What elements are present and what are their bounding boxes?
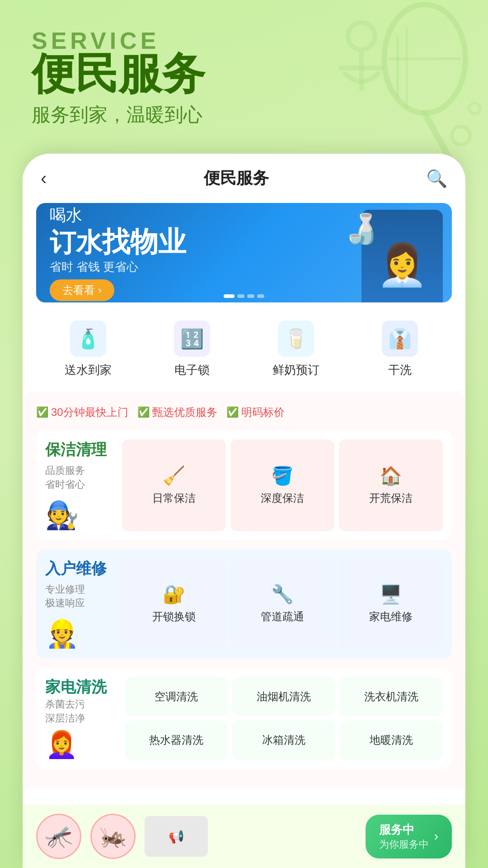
ac-clean-card[interactable]: 空调清洗 [125, 677, 228, 716]
quick-item-milk[interactable]: 🥛 鲜奶预订 [244, 311, 348, 387]
pipe-label: 管道疏通 [261, 609, 304, 624]
repair-desc: 专业修理 极速响应 [45, 583, 117, 611]
search-icon[interactable]: 🔍 [426, 169, 447, 189]
service-en-label: SERVICE [32, 27, 456, 54]
new-home-cleaning-card[interactable]: 🏠 开荒保洁 [339, 439, 443, 531]
header-title: 便民服务 [204, 167, 269, 189]
banner-line1: 喝水 [50, 204, 438, 226]
service-zh-label: 便民服务 [32, 50, 456, 98]
repair-block: 入户维修 专业修理 极速响应 👷 🔐 开锁换锁 🔧 管道疏通 [36, 549, 452, 659]
quick-label-milk: 鲜奶预订 [272, 362, 319, 378]
pest-icon-2: 🦗 [90, 814, 136, 859]
ad-banner: 📢 [145, 816, 208, 857]
appliance-repair-label: 家电维修 [369, 609, 413, 624]
appliance-title: 家电清洗 [45, 677, 117, 698]
cleaning-desc: 品质服务 省时省心 [45, 464, 117, 492]
tag-quality: ✅ 甄选优质服务 [137, 405, 217, 420]
bottom-bar: 🦟 🦗 📢 服务中 为你服务中 › [23, 805, 465, 868]
water-heater-card[interactable]: 热水器清洗 [125, 721, 228, 760]
deep-cleaning-label: 深度保洁 [261, 491, 304, 505]
pipe-card[interactable]: 🔧 管道疏通 [230, 558, 334, 650]
service-tags: ✅ 30分钟最快上门 ✅ 甄选优质服务 ✅ 明码标价 [36, 405, 452, 420]
appliance-cleaning-block: 家电清洗 杀菌去污 深层洁净 👩‍🦰 空调清洗 油烟机清洗 洗衣机清洗 热水器清… [36, 668, 452, 769]
deep-cleaning-card[interactable]: 🪣 深度保洁 [230, 439, 334, 531]
floor-heat-card[interactable]: 地暖清洗 [340, 721, 443, 760]
quick-icons-row: 🧴 送水到家 🔢 电子锁 🥛 鲜奶预订 👔 干洗 [36, 311, 452, 387]
service-sub-label: 服务到家，温暖到心 [32, 102, 456, 127]
washer-clean-card[interactable]: 洗衣机清洗 [340, 677, 443, 716]
service-status-text: 服务中 [379, 822, 429, 838]
locksmith-card[interactable]: 🔐 开锁换锁 [122, 558, 226, 650]
cleaning-title: 保洁清理 [45, 439, 117, 460]
pest-icon-1: 🦟 [36, 814, 81, 859]
back-button[interactable]: ‹ [41, 168, 47, 189]
app-header: ‹ 便民服务 🔍 [23, 154, 465, 198]
tag-price: ✅ 明码标价 [226, 405, 285, 420]
range-hood-card[interactable]: 油烟机清洗 [232, 677, 335, 716]
repair-title: 入户维修 [45, 558, 117, 579]
cleaning-block: 保洁清理 品质服务 省时省心 🧑‍🔧 🧹 日常保洁 🪣 深度保洁 [36, 430, 452, 540]
appliance-repair-card[interactable]: 🖥️ 家电维修 [339, 558, 443, 650]
quick-label-dry-clean: 干洗 [388, 362, 412, 378]
service-status-sub: 为你服务中 [379, 838, 429, 851]
banner-cta-button[interactable]: 去看看 › [50, 279, 114, 301]
quick-item-dry-clean[interactable]: 👔 干洗 [348, 311, 452, 387]
phone-frame: ‹ 便民服务 🔍 喝水 订水找物业 省时 省钱 更省心 去看看 › 👩‍💼 🍶 [23, 154, 465, 868]
locksmith-label: 开锁换锁 [152, 609, 196, 624]
services-section: ✅ 30分钟最快上门 ✅ 甄选优质服务 ✅ 明码标价 保洁清理 品质服务 省时省… [23, 392, 465, 787]
new-home-cleaning-label: 开荒保洁 [369, 491, 413, 505]
quick-item-water[interactable]: 🧴 送水到家 [36, 311, 140, 387]
status-arrow-icon: › [434, 829, 438, 844]
appliance-desc: 杀菌去污 深层洁净 [45, 698, 117, 726]
banner-line3: 省时 省钱 更省心 [50, 259, 438, 275]
fridge-clean-card[interactable]: 冰箱清洗 [232, 721, 335, 760]
quick-label-water: 送水到家 [65, 362, 112, 378]
quick-label-lock: 电子锁 [174, 362, 210, 378]
daily-cleaning-label: 日常保洁 [152, 491, 196, 505]
tag-speed: ✅ 30分钟最快上门 [36, 405, 128, 420]
service-status-bar[interactable]: 服务中 为你服务中 › [366, 815, 452, 859]
daily-cleaning-card[interactable]: 🧹 日常保洁 [122, 439, 226, 531]
banner[interactable]: 喝水 订水找物业 省时 省钱 更省心 去看看 › 👩‍💼 🍶 [36, 203, 452, 302]
quick-item-lock[interactable]: 🔢 电子锁 [140, 311, 244, 387]
banner-line2: 订水找物业 [50, 226, 438, 257]
